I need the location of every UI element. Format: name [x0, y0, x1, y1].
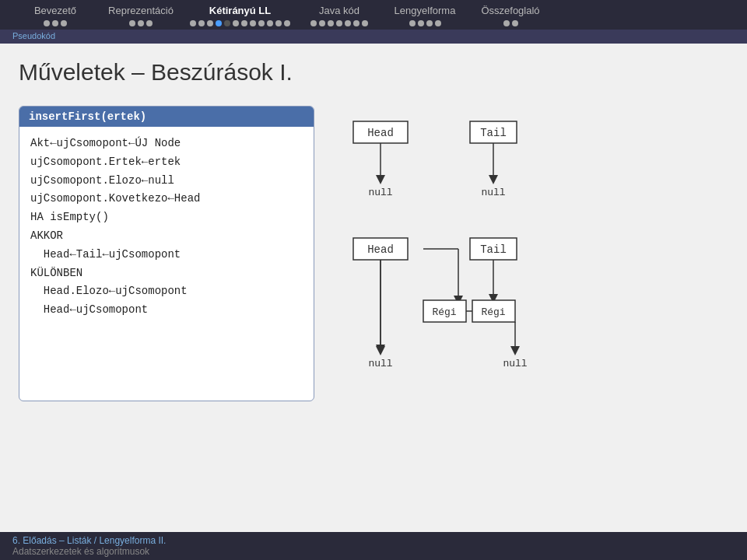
nav-item-bevezeto[interactable]: Bevezető [12, 5, 98, 26]
dot [44, 20, 50, 26]
dot [233, 20, 239, 26]
page-title: Műveletek – Beszúrások I. [19, 59, 728, 86]
content-area: insertFirst(ertek) Akt←ujCsomopont←ÚJ No… [0, 93, 747, 414]
dot [319, 20, 325, 26]
null-label-bottom-1: null [368, 358, 392, 369]
code-line-7: Head←Tail←ujCsomopont [30, 246, 303, 264]
diagram-bottom: Head Tail Régi Régi null [345, 230, 610, 401]
dot [138, 20, 144, 26]
dot [207, 20, 213, 26]
code-box: insertFirst(ertek) Akt←ujCsomopont←ÚJ No… [19, 106, 314, 401]
nav-dots-reprezentacio [129, 20, 153, 26]
code-line-2: ujCsomopont.Ertek←ertek [30, 153, 303, 172]
nav-dots-osszefoglalo [503, 20, 518, 26]
nav-label-reprezentacio: Reprezentáció [108, 5, 174, 16]
code-line-6: AKKOR [30, 227, 303, 246]
code-line-9: Head.Elozo←ujCsomopont [30, 282, 303, 301]
regi-node-2: Régi [481, 306, 505, 318]
nav-item-osszefoglalo[interactable]: Összefoglaló [468, 5, 553, 26]
dot [426, 20, 433, 26]
nav-item-lengyelforma[interactable]: Lengyelforma [382, 5, 468, 26]
head-node-bottom: Head [367, 243, 394, 256]
nav-label-javakod: Java kód [319, 5, 359, 16]
nav-item-javakod[interactable]: Java kód [296, 5, 382, 26]
dot [310, 20, 317, 26]
code-line-8: KÜLÖNBEN [30, 264, 303, 283]
nav-dots-ketiranyull [190, 20, 290, 26]
dot [52, 20, 58, 26]
dot [190, 20, 196, 26]
dot [336, 20, 342, 26]
tail-node-label-top: Tail [480, 127, 507, 139]
dot [328, 20, 334, 26]
nav-item-ketiranyull[interactable]: Kétirányú LL [184, 5, 296, 26]
dot [129, 20, 135, 26]
null-label-bottom-2: null [503, 358, 527, 369]
dot [353, 20, 359, 26]
head-node-label: Head [367, 127, 394, 139]
dot [275, 20, 282, 26]
footer-line1: 6. Előadás – Listák / Lengyelforma II. [12, 535, 735, 546]
dot [224, 20, 230, 26]
dot [267, 20, 273, 26]
dot [512, 20, 518, 26]
dot [250, 20, 256, 26]
footer: 6. Előadás – Listák / Lengyelforma II. A… [0, 532, 747, 560]
null-label-1: null [368, 187, 392, 198]
dot-active [216, 20, 222, 26]
dot [435, 20, 441, 26]
dot [503, 20, 510, 26]
code-line-4: ujCsomopont.Kovetkezo←Head [30, 190, 303, 208]
nav-item-reprezentacio[interactable]: Reprezentáció [98, 5, 184, 26]
dot [198, 20, 205, 26]
dot [362, 20, 368, 26]
dot [345, 20, 351, 26]
code-body: Akt←ujCsomopont←ÚJ Node ujCsomopont.Erte… [19, 127, 314, 331]
nav-label-osszefoglalo: Összefoglaló [481, 5, 539, 16]
code-line-1: Akt←ujCsomopont←ÚJ Node [30, 135, 303, 153]
nav-dots-bevezeto [44, 20, 67, 26]
nav-label-bevezeto: Bevezető [34, 5, 76, 16]
footer-line2: Adatszerkezetek és algoritmusok [12, 546, 735, 557]
nav-label-lengyelforma: Lengyelforma [395, 5, 456, 16]
diagram-area: Head Tail null null Head Tai [345, 106, 728, 401]
dot [241, 20, 247, 26]
dot [409, 20, 416, 26]
dot [418, 20, 424, 26]
nav-label-ketiranyull: Kétirányú LL [209, 5, 271, 16]
dot [258, 20, 265, 26]
null-label-2: null [481, 187, 505, 198]
nav-dots-javakod [310, 20, 368, 26]
code-header: insertFirst(ertek) [19, 107, 314, 127]
nav-bar: Bevezető Reprezentáció Kétirányú LL [0, 0, 747, 30]
main-title-area: Műveletek – Beszúrások I. [0, 44, 747, 93]
nav-dots-lengyelforma [409, 20, 441, 26]
diagram-top: Head Tail null null [345, 114, 610, 215]
regi-node-1: Régi [432, 306, 456, 318]
code-line-3: ujCsomopont.Elozo←null [30, 172, 303, 191]
pseudokod-bar: Pseudokód [0, 30, 747, 44]
dot [284, 20, 290, 26]
tail-node-bottom: Tail [480, 243, 507, 256]
code-line-5: HA isEmpty() [30, 208, 303, 227]
pseudokod-label: Pseudokód [12, 31, 55, 40]
dot [146, 20, 153, 26]
dot [61, 20, 67, 26]
code-line-10: Head←ujCsomopont [30, 301, 303, 320]
